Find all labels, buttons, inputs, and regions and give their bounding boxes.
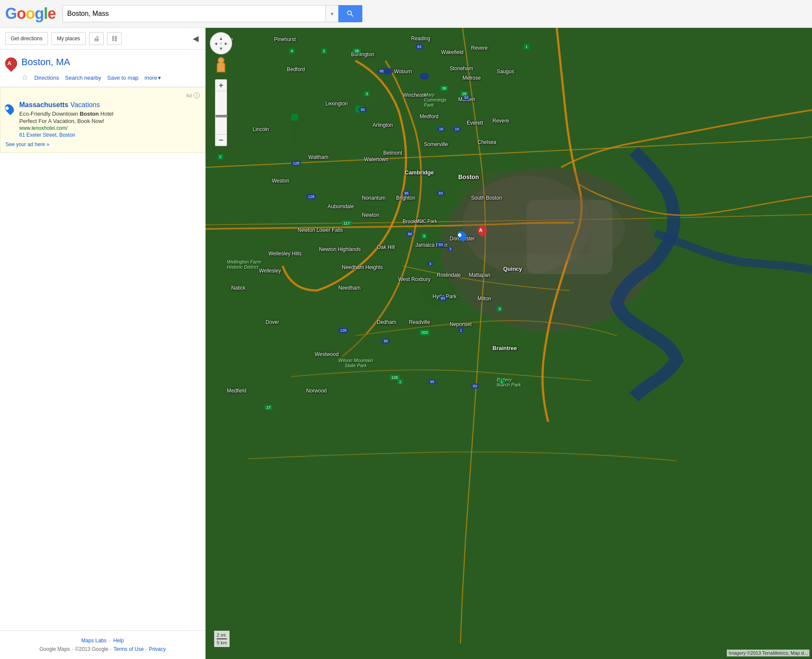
logo-l: l — [44, 5, 48, 23]
link-button[interactable]: ⛓ — [107, 32, 122, 45]
nav-up-button[interactable]: ▲ — [218, 36, 224, 41]
footer-sep1: - — [109, 638, 111, 644]
zoom-in-button[interactable]: + — [215, 79, 227, 91]
ad-url-link[interactable]: www.lenoxhotel.com/ — [19, 125, 200, 131]
ad-title[interactable]: Massachusetts Vacations — [19, 101, 200, 109]
search-dropdown-button[interactable]: ▼ — [325, 5, 338, 22]
pegman[interactable] — [215, 57, 227, 78]
ad-desc-text1: Eco-Friendly Downtown — [19, 111, 80, 117]
map-svg — [206, 28, 812, 659]
directions-link[interactable]: Directions — [34, 75, 59, 81]
footer-sep2: - — [72, 646, 73, 652]
result-section: A Boston, MA ☆ Directions Search nearby … — [0, 50, 205, 87]
result-marker-pin: A — [3, 55, 20, 72]
logo-e: e — [48, 5, 56, 23]
logo-g: G — [5, 5, 17, 23]
ad-description-line2: Perfect For A Vacation, Book Now! — [19, 118, 200, 124]
star-icon[interactable]: ☆ — [21, 73, 28, 82]
terms-link[interactable]: Terms of Use — [113, 646, 144, 652]
see-ad-link[interactable]: See your ad here » — [6, 141, 200, 147]
ad-info-button[interactable]: i — [194, 93, 200, 99]
maps-labs-link[interactable]: Maps Labs — [81, 638, 107, 644]
ad-map-pin — [6, 103, 15, 116]
map-nav-controls: ▲ ◄ ● ► ▼ + — [210, 32, 232, 146]
result-title-link[interactable]: Boston, MA — [21, 57, 70, 68]
footer-copyright: ©2013 Google — [75, 646, 108, 652]
main-layout: Get directions My places 🖨 ⛓ ◀ A Boston,… — [0, 28, 812, 659]
search-icon — [346, 9, 355, 18]
nav-right-button[interactable]: ► — [224, 41, 229, 46]
footer-links-top: Maps Labs - Help — [5, 638, 200, 644]
svg-rect-8 — [383, 68, 393, 75]
header: Google ▼ — [0, 0, 812, 28]
blue-pin-shape — [3, 102, 16, 115]
map-area[interactable]: Carlisle Pinehurst Reading Burlington Wa… — [206, 28, 812, 659]
result-actions: ☆ Directions Search nearby Save to map m… — [21, 73, 200, 82]
svg-rect-11 — [291, 114, 298, 120]
nav-circle[interactable]: ▲ ◄ ● ► ▼ — [210, 32, 232, 54]
footer-google-maps: Google Maps — [39, 646, 70, 652]
ad-desc-text2: Hotel — [99, 111, 113, 117]
google-logo[interactable]: Google — [5, 5, 56, 23]
print-button[interactable]: 🖨 — [89, 32, 104, 45]
ad-text-block: Massachusetts Vacations Eco-Friendly Dow… — [19, 101, 200, 138]
ad-label-row: Ad i — [6, 93, 200, 99]
search-input[interactable] — [63, 5, 325, 22]
scale-bar: 2 mi 5 km — [214, 631, 230, 647]
logo-o2: o — [26, 5, 35, 23]
marker-a-label: A — [7, 60, 11, 66]
svg-point-7 — [420, 280, 463, 309]
nav-center: ● — [218, 41, 224, 46]
svg-rect-13 — [463, 171, 591, 254]
ad-title-rest[interactable]: Vacations — [69, 101, 100, 108]
zoom-slider-track[interactable] — [215, 91, 227, 134]
ad-text-label: Ad — [186, 93, 192, 98]
more-link[interactable]: more ▾ — [144, 75, 161, 81]
my-places-button[interactable]: My places — [51, 32, 86, 45]
nav-down-button[interactable]: ▼ — [218, 46, 224, 51]
result-marker-row: A Boston, MA — [5, 57, 200, 69]
print-icon: 🖨 — [93, 35, 99, 42]
collapse-panel-button[interactable]: ◀ — [191, 32, 200, 45]
search-nearby-link[interactable]: Search nearby — [65, 75, 102, 81]
scale-mi: 2 mi — [217, 632, 227, 639]
footer-sep3: - — [110, 646, 112, 652]
map-background: Carlisle Pinehurst Reading Burlington Wa… — [206, 28, 812, 659]
search-box-container: ▼ — [63, 5, 362, 22]
footer-sep4: - — [146, 646, 147, 652]
logo-o1: o — [17, 5, 26, 23]
svg-rect-10 — [355, 106, 362, 112]
ad-content: Massachusetts Vacations Eco-Friendly Dow… — [6, 101, 200, 138]
blue-pin-inner — [5, 106, 9, 111]
save-to-map-link[interactable]: Save to map — [107, 75, 138, 81]
pegman-body — [217, 63, 225, 72]
svg-rect-5 — [291, 110, 343, 151]
left-panel: Get directions My places 🖨 ⛓ ◀ A Boston,… — [0, 28, 206, 659]
scale-km: 5 km — [217, 640, 227, 645]
search-button[interactable] — [338, 5, 362, 22]
zoom-slider-thumb[interactable] — [215, 115, 227, 117]
help-link[interactable]: Help — [113, 638, 124, 644]
ad-description: Eco-Friendly Downtown Boston Hotel — [19, 111, 200, 117]
more-chevron-icon: ▾ — [158, 75, 161, 81]
left-footer: Maps Labs - Help Google Maps - ©2013 Goo… — [0, 630, 205, 659]
svg-point-6 — [330, 332, 381, 365]
link-icon: ⛓ — [111, 35, 117, 42]
toolbar: Get directions My places 🖨 ⛓ ◀ — [0, 28, 205, 50]
footer-links-bottom: Google Maps - ©2013 Google - Terms of Us… — [5, 646, 200, 652]
logo-g2: g — [35, 5, 44, 23]
zoom-out-button[interactable]: − — [215, 134, 227, 146]
ad-address-link[interactable]: 61 Exeter Street, Boston — [19, 132, 200, 138]
privacy-link[interactable]: Privacy — [149, 646, 166, 652]
ad-section: Ad i Massachusetts Vacations Eco-Friendl… — [0, 87, 205, 153]
ad-desc-bold: Boston — [80, 111, 99, 117]
get-directions-button[interactable]: Get directions — [5, 32, 48, 45]
map-attribution: Imagery ©2013 TerraMetrics, Map d... — [727, 650, 809, 656]
svg-rect-9 — [420, 73, 429, 79]
nav-left-button[interactable]: ◄ — [213, 41, 218, 46]
ad-title-bold[interactable]: Massachusetts — [19, 101, 69, 108]
